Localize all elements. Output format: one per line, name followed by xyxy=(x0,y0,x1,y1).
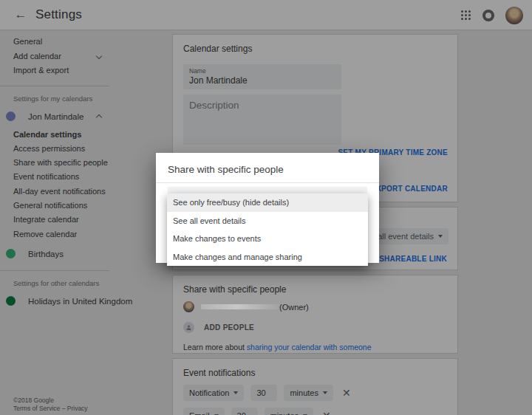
redacted-owner-name xyxy=(201,304,279,309)
option-all-details[interactable]: See all event details xyxy=(167,212,368,230)
dialog-divider xyxy=(156,182,379,183)
permission-dropdown-menu: See only free/busy (hide details) See al… xyxy=(167,193,368,266)
dialog-title: Share with specific people xyxy=(156,153,379,175)
option-manage-sharing[interactable]: Make changes and manage sharing xyxy=(167,248,368,267)
settings-page: ← Settings General Add calendar Import &… xyxy=(0,0,532,415)
option-make-changes[interactable]: Make changes to events xyxy=(167,230,368,248)
option-free-busy[interactable]: See only free/busy (hide details) xyxy=(167,193,368,212)
